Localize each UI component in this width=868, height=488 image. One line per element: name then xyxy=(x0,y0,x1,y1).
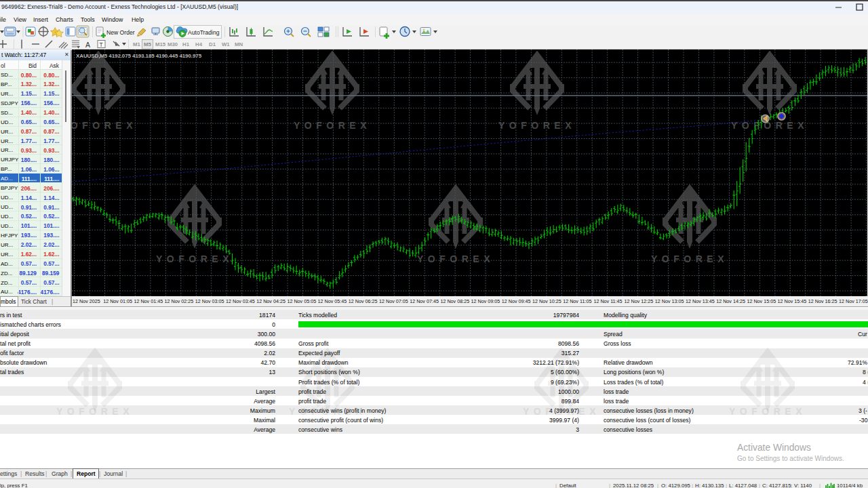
svg-text:T: T xyxy=(100,41,103,48)
svg-text:YOFOREX: YOFOREX xyxy=(417,253,494,264)
svg-text:D1: D1 xyxy=(209,41,216,47)
svg-text:AutoTrading: AutoTrading xyxy=(188,29,220,36)
svg-text:H4: H4 xyxy=(195,41,203,47)
svg-text:YOFOREX: YOFOREX xyxy=(294,120,371,131)
svg-text:YOFOREX: YOFOREX xyxy=(731,120,808,131)
svg-text:M15: M15 xyxy=(155,41,166,47)
svg-text:New Order: New Order xyxy=(106,29,135,36)
svg-text:YOFOREX: YOFOREX xyxy=(651,253,728,264)
svg-text:W1: W1 xyxy=(222,41,230,47)
svg-text:XAUUSD,M5 4192.075 4193.185 4: XAUUSD,M5 4192.075 4193.185 4190.445 419… xyxy=(76,53,202,59)
svg-text:YOFOREX: YOFOREX xyxy=(498,120,576,131)
svg-text:YOFOREX: YOFOREX xyxy=(156,253,233,264)
svg-text:M30: M30 xyxy=(167,41,178,47)
svg-text:A: A xyxy=(85,41,90,49)
svg-text:M1: M1 xyxy=(133,41,140,47)
svg-text:MN: MN xyxy=(235,41,243,47)
svg-text:YOFOREX: YOFOREX xyxy=(72,120,137,131)
svg-text:H1: H1 xyxy=(182,41,190,47)
svg-text:M5: M5 xyxy=(144,41,151,47)
